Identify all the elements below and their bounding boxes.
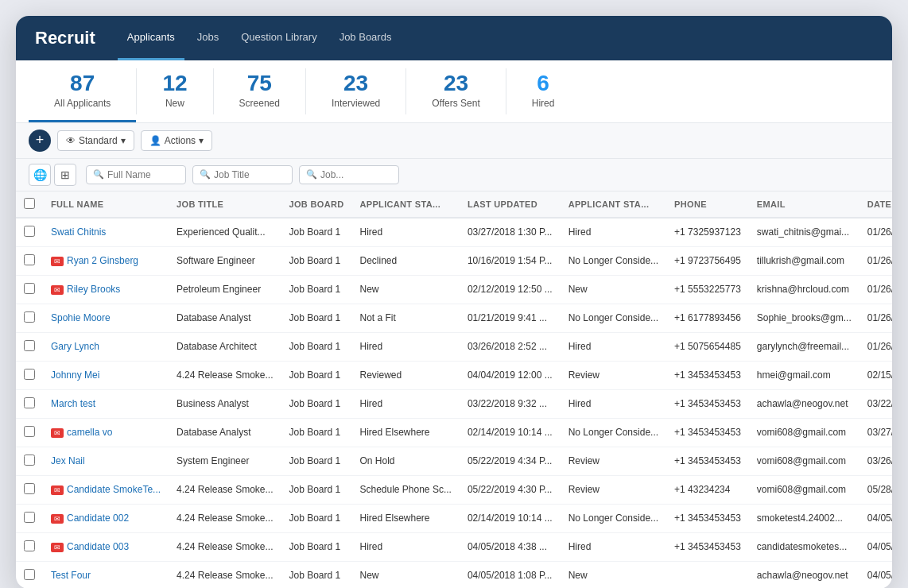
stat-item-all-applicants[interactable]: 87All Applicants <box>29 60 136 122</box>
row-checkbox-7[interactable] <box>24 426 35 437</box>
select-all-checkbox[interactable] <box>24 198 35 209</box>
email-10: smoketest4.24002... <box>749 504 859 532</box>
mail-badge-11 <box>51 543 64 552</box>
date-5: 02/15/2018 <box>859 361 892 389</box>
applicant-name-0[interactable]: Swati Chitnis <box>43 218 169 247</box>
mail-badge-10 <box>51 514 64 524</box>
date-2: 01/26/2018 <box>859 275 892 304</box>
stat-item-new[interactable]: 12New <box>137 60 212 122</box>
job-title-8: System Engineer <box>169 447 281 475</box>
row-checkbox-8[interactable] <box>24 455 35 466</box>
job-title-input[interactable] <box>214 169 285 180</box>
applicant-name-5[interactable]: Johnny Mei <box>43 361 169 389</box>
full-name-filter[interactable]: 🔍 <box>86 165 186 184</box>
job-board-input[interactable] <box>320 169 392 180</box>
row-checkbox-cell-2[interactable] <box>16 275 43 304</box>
filter-row: 🌐 ⊞ 🔍 🔍 🔍 <box>16 159 892 191</box>
app-status-2: New <box>351 275 459 304</box>
last-updated-11: 04/05/2018 4:38 ... <box>460 532 561 561</box>
date-1: 01/26/2018 <box>859 246 892 275</box>
name-text-6: March test <box>51 398 95 409</box>
row-checkbox-cell-4[interactable] <box>16 332 43 361</box>
stats-bar: 87All Applicants12New75Screened23Intervi… <box>16 60 892 123</box>
name-text-12: Test Four <box>51 570 91 581</box>
date-7: 03/27/2018 <box>859 418 892 447</box>
stat-label-1: New <box>165 98 184 109</box>
applicant-name-7[interactable]: camella vo <box>43 418 169 447</box>
app-status-4: Hired <box>351 332 459 361</box>
app-status2-2: New <box>561 275 666 304</box>
last-updated-10: 02/14/2019 10:14 ... <box>460 504 561 532</box>
applicant-name-8[interactable]: Jex Nail <box>43 447 169 475</box>
stat-item-offers-sent[interactable]: 23Offers Sent <box>406 60 505 122</box>
col-header-3: JOB BOARD <box>281 191 351 218</box>
row-checkbox-cell-5[interactable] <box>16 361 43 389</box>
nav-link-job-boards[interactable]: Job Boards <box>330 16 402 60</box>
job-title-filter[interactable]: 🔍 <box>192 165 293 184</box>
job-board-filter[interactable]: 🔍 <box>299 165 399 184</box>
row-checkbox-4[interactable] <box>24 340 35 351</box>
row-checkbox-cell-11[interactable] <box>16 532 43 561</box>
applicants-table: FULL NAMEJOB TITLEJOB BOARDAPPLICANT STA… <box>16 191 892 588</box>
row-checkbox-6[interactable] <box>24 397 35 408</box>
actions-button[interactable]: 👤 Actions ▾ <box>141 130 212 151</box>
app-status-12: New <box>351 561 459 588</box>
full-name-input[interactable] <box>107 169 179 180</box>
row-checkbox-11[interactable] <box>24 540 35 551</box>
globe-filter-button[interactable]: 🌐 <box>29 164 51 186</box>
row-checkbox-cell-6[interactable] <box>16 389 43 418</box>
applicant-name-2[interactable]: Riley Brooks <box>43 275 169 304</box>
row-checkbox-10[interactable] <box>24 512 35 523</box>
nav-link-jobs[interactable]: Jobs <box>188 16 228 60</box>
row-checkbox-9[interactable] <box>24 483 35 494</box>
job-board-0: Job Board 1 <box>281 218 351 247</box>
applicant-name-1[interactable]: Ryan 2 Ginsberg <box>43 246 169 275</box>
date-8: 03/26/2018 <box>859 447 892 475</box>
phone-11: +1 3453453453 <box>666 532 749 561</box>
row-checkbox-cell-1[interactable] <box>16 246 43 275</box>
applicant-name-9[interactable]: Candidate SmokeTe... <box>43 475 169 504</box>
row-checkbox-cell-3[interactable] <box>16 304 43 332</box>
nav-link-question-library[interactable]: Question Library <box>231 16 326 60</box>
person-icon: 👤 <box>149 135 161 146</box>
applicant-name-4[interactable]: Gary Lynch <box>43 332 169 361</box>
row-checkbox-cell-7[interactable] <box>16 418 43 447</box>
applicant-name-10[interactable]: Candidate 002 <box>43 504 169 532</box>
row-checkbox-12[interactable] <box>24 569 35 580</box>
row-checkbox-2[interactable] <box>24 283 35 294</box>
stat-item-screened[interactable]: 75Screened <box>214 60 305 122</box>
applicant-name-6[interactable]: March test <box>43 389 169 418</box>
nav-link-applicants[interactable]: Applicants <box>118 16 184 60</box>
last-updated-3: 01/21/2019 9:41 ... <box>460 304 561 332</box>
row-checkbox-cell-8[interactable] <box>16 447 43 475</box>
stat-item-interviewed[interactable]: 23Interviewed <box>306 60 405 122</box>
table-row: Test Four4.24 Release Smoke...Job Board … <box>16 561 892 588</box>
applicant-name-11[interactable]: Candidate 003 <box>43 532 169 561</box>
row-checkbox-3[interactable] <box>24 311 35 323</box>
app-status2-0: Hired <box>561 218 666 247</box>
name-text-1: Ryan 2 Ginsberg <box>67 255 138 266</box>
applicant-name-12[interactable]: Test Four <box>43 561 169 588</box>
row-checkbox-1[interactable] <box>24 254 35 265</box>
row-checkbox-5[interactable] <box>24 369 35 380</box>
stat-item-hired[interactable]: 6Hired <box>506 60 580 122</box>
row-checkbox-cell-12[interactable] <box>16 561 43 588</box>
row-checkbox-cell-10[interactable] <box>16 504 43 532</box>
row-checkbox-cell-0[interactable] <box>16 218 43 247</box>
app-status-1: Declined <box>351 246 459 275</box>
add-button[interactable]: + <box>29 130 51 152</box>
col-header-0 <box>16 191 43 218</box>
date-11: 04/05/2018 <box>859 532 892 561</box>
grid-filter-button[interactable]: ⊞ <box>54 164 76 186</box>
job-title-6: Business Analyst <box>169 389 281 418</box>
row-checkbox-cell-9[interactable] <box>16 475 43 504</box>
table-row: March testBusiness AnalystJob Board 1Hir… <box>16 389 892 418</box>
row-checkbox-0[interactable] <box>24 226 35 237</box>
phone-0: +1 7325937123 <box>666 218 749 247</box>
email-4: garylynch@freemail... <box>749 332 859 361</box>
app-status2-12: New <box>561 561 666 588</box>
col-header-4: APPLICANT STA... <box>351 191 459 218</box>
standard-view-button[interactable]: 👁 Standard ▾ <box>57 130 134 151</box>
applicant-name-3[interactable]: Spohie Moore <box>43 304 169 332</box>
name-text-2: Riley Brooks <box>67 284 120 295</box>
